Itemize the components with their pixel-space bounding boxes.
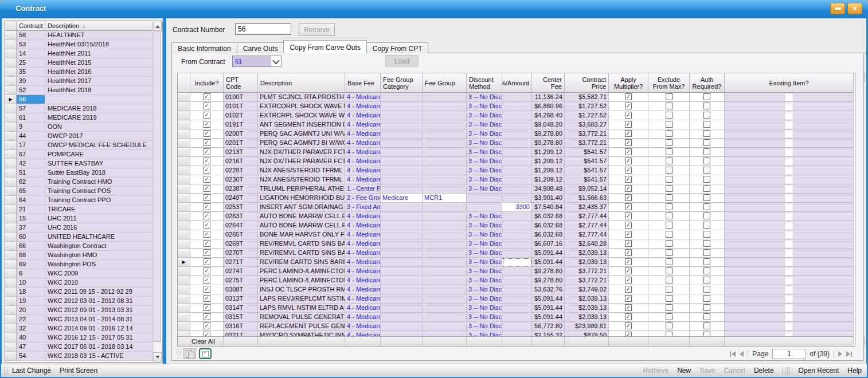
- discount-method-cell[interactable]: 3 -- No Disco: [467, 249, 502, 258]
- contract-price-cell[interactable]: $3,772.21: [565, 267, 609, 276]
- row-selector[interactable]: [5, 141, 17, 150]
- row-selector[interactable]: [178, 203, 190, 212]
- description-cell[interactable]: INSERT ANT SGM DRAINAG: [258, 203, 345, 212]
- base-fee-cell[interactable]: 4 - Medicare: [345, 166, 381, 175]
- exclude-from-max-cell[interactable]: [648, 322, 690, 331]
- list-item[interactable]: 69Washington POS: [5, 260, 153, 269]
- base-fee-cell[interactable]: 4 - Medicare: [345, 129, 381, 139]
- fee-group-category-cell[interactable]: [381, 93, 423, 102]
- cpt-code-cell[interactable]: 0230T: [224, 175, 258, 184]
- auth-required-cell[interactable]: [690, 258, 725, 267]
- include-cell[interactable]: ✓: [190, 102, 224, 111]
- contract-price-cell[interactable]: $1,727.52: [565, 102, 609, 111]
- apply-multiplier-cell[interactable]: ✓: [609, 175, 648, 184]
- row-selector[interactable]: [5, 49, 17, 58]
- discount-method-cell[interactable]: 3 -- No Disco: [467, 294, 502, 304]
- apply-multiplier-checkbox[interactable]: ✓: [625, 167, 632, 174]
- include-cell[interactable]: ✓: [190, 285, 224, 294]
- apply-multiplier-cell[interactable]: ✓: [609, 276, 648, 285]
- row-selector[interactable]: [5, 315, 17, 324]
- row-selector[interactable]: [5, 104, 17, 113]
- discount-method-cell[interactable]: 3 -- No Disco: [467, 93, 502, 102]
- auth-required-checkbox[interactable]: [703, 194, 710, 201]
- auth-required-checkbox[interactable]: [703, 313, 710, 320]
- include-cell[interactable]: ✓: [190, 230, 224, 239]
- base-fee-cell[interactable]: 4 - Medicare: [345, 230, 381, 239]
- discount-method-cell[interactable]: 3 -- No Disco: [467, 304, 502, 313]
- existing-item-cell[interactable]: [725, 258, 854, 267]
- apply-multiplier-cell[interactable]: ✓: [609, 139, 648, 148]
- exclude-from-max-cell[interactable]: [648, 221, 690, 230]
- apply-multiplier-cell[interactable]: ✓: [609, 166, 648, 175]
- base-fee-cell[interactable]: 4 - Medicare: [345, 157, 381, 166]
- pct-amount-cell[interactable]: [502, 267, 532, 276]
- auth-required-cell[interactable]: [690, 166, 725, 175]
- include-cell[interactable]: ✓: [190, 203, 224, 212]
- list-item[interactable]: 67POMPCARE: [5, 150, 153, 159]
- cpt-code-cell[interactable]: 0321T: [224, 331, 258, 336]
- dropdown-button[interactable]: [271, 56, 281, 66]
- apply-multiplier-cell[interactable]: ✓: [609, 294, 648, 304]
- contract-price-cell[interactable]: $2,777.44: [565, 230, 609, 239]
- exclude-from-max-checkbox[interactable]: [666, 112, 672, 119]
- apply-multiplier-cell[interactable]: ✓: [609, 194, 648, 203]
- center-fee-cell[interactable]: 56,772.80: [532, 322, 565, 331]
- include-cell[interactable]: ✓: [190, 184, 224, 194]
- auth-required-checkbox[interactable]: [703, 267, 710, 274]
- existing-item-cell[interactable]: [725, 313, 854, 322]
- center-fee-cell[interactable]: $9,278.80: [532, 276, 565, 285]
- base-fee-cell[interactable]: 4 - Medicare: [345, 120, 381, 129]
- save-icon[interactable]: [199, 348, 212, 359]
- description-cell[interactable]: LAPS RMVL NSTIM ELTRD A: [258, 304, 345, 313]
- row-selector[interactable]: [5, 178, 17, 187]
- exclude-from-max-checkbox[interactable]: [666, 277, 672, 284]
- include-cell[interactable]: ✓: [190, 148, 224, 157]
- center-fee-cell[interactable]: $5,091.44: [532, 258, 565, 267]
- contract-price-cell[interactable]: $541.57: [565, 166, 609, 175]
- discount-method-cell[interactable]: 3 -- No Disco: [467, 267, 502, 276]
- row-selector[interactable]: [5, 306, 17, 315]
- auth-required-checkbox[interactable]: [703, 231, 710, 238]
- center-fee-cell[interactable]: $4,268.40: [532, 111, 565, 120]
- include-checkbox[interactable]: ✓: [204, 121, 210, 128]
- apply-multiplier-cell[interactable]: ✓: [609, 111, 648, 120]
- auth-required-cell[interactable]: [690, 294, 725, 304]
- apply-multiplier-checkbox[interactable]: ✓: [625, 148, 632, 155]
- discount-method-cell[interactable]: 3 -- No Disco: [467, 111, 502, 120]
- list-item[interactable]: 57MEDICARE 2018: [5, 104, 153, 113]
- description-cell[interactable]: PERQ SAC AGMNTJ UNI W/V: [258, 129, 345, 139]
- include-checkbox[interactable]: ✓: [204, 194, 210, 201]
- fee-group-cell[interactable]: [423, 239, 467, 249]
- auth-required-checkbox[interactable]: [703, 167, 710, 174]
- apply-multiplier-cell[interactable]: ✓: [609, 129, 648, 139]
- discount-method-cell[interactable]: 3 -- No Disco: [467, 139, 502, 148]
- apply-multiplier-cell[interactable]: ✓: [609, 230, 648, 239]
- list-item[interactable]: 58HEALTHNET: [5, 31, 153, 40]
- include-cell[interactable]: ✓: [190, 157, 224, 166]
- exclude-from-max-checkbox[interactable]: [666, 148, 672, 155]
- list-item[interactable]: ▶56Key Health- Lien: [5, 95, 153, 104]
- prev-page-button[interactable]: [740, 351, 744, 357]
- row-selector[interactable]: [178, 267, 190, 276]
- pct-amount-cell[interactable]: [502, 139, 532, 148]
- list-item[interactable]: 25HealthNet 2015: [5, 58, 153, 68]
- cpt-code-cell[interactable]: 0264T: [224, 221, 258, 230]
- fee-group-cell[interactable]: [423, 331, 467, 336]
- include-checkbox[interactable]: ✓: [204, 322, 210, 329]
- base-fee-cell[interactable]: 4 - Medicare: [345, 276, 381, 285]
- exclude-from-max-checkbox[interactable]: [666, 231, 672, 238]
- center-fee-cell[interactable]: $6,860.96: [532, 102, 565, 111]
- row-selector[interactable]: [5, 58, 17, 68]
- pct-amount-cell[interactable]: [502, 148, 532, 157]
- include-checkbox[interactable]: ✓: [204, 212, 210, 219]
- include-cell[interactable]: ✓: [190, 194, 224, 203]
- apply-multiplier-checkbox[interactable]: ✓: [625, 203, 632, 210]
- existing-item-cell[interactable]: [725, 139, 854, 148]
- col-header-cpt-code[interactable]: CPT Code: [224, 73, 258, 93]
- exclude-from-max-cell[interactable]: [648, 120, 690, 129]
- list-item[interactable]: 20WKC 2012 09 01 - 2013 03 31: [5, 306, 153, 315]
- discount-method-cell[interactable]: 3 -- No Disco: [467, 166, 502, 175]
- exclude-from-max-cell[interactable]: [648, 331, 690, 336]
- row-selector[interactable]: ▶: [178, 258, 190, 267]
- apply-multiplier-checkbox[interactable]: ✓: [625, 194, 632, 201]
